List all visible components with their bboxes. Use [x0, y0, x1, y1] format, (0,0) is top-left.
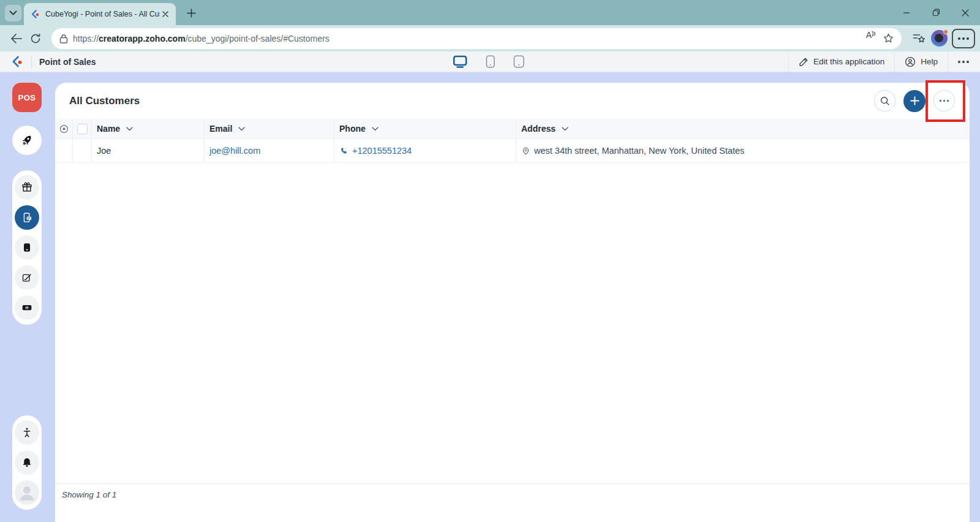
refresh-button[interactable]	[26, 29, 45, 48]
url-prefix: https://	[73, 34, 99, 44]
phone-link[interactable]: +12015551234	[339, 146, 412, 156]
sidebar-item-customers[interactable]	[15, 205, 39, 230]
sidebar-item-terminal[interactable]	[15, 235, 39, 260]
lock-icon	[59, 34, 68, 44]
browser-settings-menu-button[interactable]	[952, 29, 975, 48]
phone-view-button[interactable]	[486, 55, 495, 68]
gift-icon	[21, 181, 33, 194]
page-title: All Customers	[69, 95, 140, 107]
user-avatar	[17, 482, 37, 503]
plus-icon	[187, 9, 196, 18]
favorite-star-button[interactable]	[880, 30, 897, 47]
sidebar-item-money[interactable]: $	[15, 295, 39, 320]
desktop-view-button[interactable]	[453, 55, 467, 68]
sound-waves-icon	[872, 31, 876, 37]
edit-application-label: Edit this application	[813, 57, 884, 66]
restore-button[interactable]	[921, 0, 951, 25]
email-link[interactable]: joe@hill.com	[209, 146, 260, 156]
zoho-app-bar: Point of Sales Edit this application Hel…	[0, 51, 980, 72]
browser-toolbar: https://creatorapp.zoho.com/cube_yogi/po…	[0, 25, 980, 51]
address-bar[interactable]: https://creatorapp.zoho.com/cube_yogi/po…	[51, 28, 902, 49]
edit-application-button[interactable]: Edit this application	[796, 57, 887, 67]
accessibility-icon	[21, 426, 33, 439]
close-icon	[962, 9, 969, 17]
help-button[interactable]: Help	[902, 56, 940, 67]
table-row[interactable]: Joe joe@hill.com +12015551234 west 34th …	[55, 139, 970, 163]
sidebar-item-reports[interactable]	[15, 265, 39, 290]
header-actions	[874, 90, 955, 112]
refresh-icon	[30, 33, 41, 44]
phone-icon	[339, 146, 349, 156]
app-logo-label: POS	[18, 93, 36, 102]
bell-icon	[21, 456, 33, 469]
address-value: west 34th street, Manhattan, New York, U…	[521, 146, 744, 156]
tab-search-dropdown-button[interactable]	[5, 5, 21, 21]
sidebar-item-gift[interactable]	[15, 175, 39, 200]
divider	[31, 56, 32, 68]
edit-report-icon	[21, 271, 33, 284]
panel-header: All Customers	[55, 83, 970, 119]
column-header-phone[interactable]: Phone	[334, 119, 516, 138]
browser-profile-button[interactable]	[929, 28, 949, 49]
back-button[interactable]	[6, 29, 26, 48]
column-label: Phone	[339, 124, 366, 134]
chevron-down-icon	[9, 10, 17, 16]
profile-notification-badge	[943, 29, 948, 34]
svg-text:$: $	[26, 306, 28, 309]
tab-close-button[interactable]	[160, 9, 171, 20]
divider	[948, 51, 948, 72]
add-record-button[interactable]	[903, 90, 925, 112]
app-logo-pos[interactable]: POS	[12, 83, 42, 112]
ellipsis-icon	[958, 37, 969, 40]
minimize-button[interactable]	[892, 0, 921, 25]
read-aloud-label: A	[866, 30, 872, 40]
favorites-hub-button[interactable]	[909, 29, 929, 48]
customer-email: joe@hill.com	[209, 146, 260, 156]
close-icon	[162, 11, 168, 17]
plus-icon	[910, 96, 919, 105]
money-icon: $	[21, 301, 33, 314]
column-header-address[interactable]: Address	[516, 119, 970, 138]
restore-icon	[932, 9, 940, 17]
url-domain: creatorapp.zoho.com	[99, 34, 186, 44]
help-person-icon	[905, 56, 916, 67]
tablet-icon	[513, 55, 524, 68]
main-panel: All Customers Name	[55, 83, 970, 522]
browser-tab[interactable]: CubeYogi - Point of Sales - All Cus	[24, 3, 176, 25]
sidebar-nav-group: $	[12, 170, 42, 325]
read-aloud-button[interactable]: A	[862, 30, 880, 47]
visibility-column-header[interactable]	[55, 119, 72, 138]
more-options-button[interactable]	[933, 90, 955, 112]
row-visibility-cell	[55, 139, 72, 162]
sidebar-user-avatar[interactable]	[15, 480, 39, 505]
sidebar-item-notifications[interactable]	[15, 450, 39, 475]
tablet-view-button[interactable]	[513, 55, 524, 68]
select-all-checkbox[interactable]	[77, 124, 88, 134]
eye-visibility-icon	[59, 124, 69, 134]
search-button[interactable]	[874, 90, 895, 112]
phone-cell: +12015551234	[334, 139, 516, 162]
new-tab-button[interactable]	[184, 6, 198, 20]
appbar-actions: Edit this application Help	[781, 51, 971, 72]
row-select-cell	[72, 139, 91, 162]
table-header: Name Email Phone Address	[55, 119, 970, 139]
column-header-name[interactable]: Name	[91, 119, 204, 138]
chevron-down-icon	[126, 127, 133, 131]
panel-footer: Showing 1 of 1	[55, 483, 970, 522]
close-window-button[interactable]	[951, 0, 980, 25]
sidebar-item-launcher[interactable]	[12, 126, 42, 155]
zoho-creator-logo[interactable]	[11, 55, 24, 68]
pos-terminal-icon	[21, 241, 33, 254]
phone-device-icon	[486, 55, 495, 68]
search-icon	[880, 96, 890, 106]
customer-address: west 34th street, Manhattan, New York, U…	[534, 146, 744, 156]
column-header-email[interactable]: Email	[204, 119, 334, 138]
appbar-more-button[interactable]	[956, 61, 971, 63]
sidebar-item-accessibility[interactable]	[15, 420, 39, 445]
column-label: Name	[97, 124, 120, 134]
pencil-icon	[799, 57, 809, 67]
url-text: https://creatorapp.zoho.com/cube_yogi/po…	[73, 34, 862, 44]
chevron-down-icon	[238, 127, 245, 131]
divider	[894, 51, 895, 72]
divider	[788, 51, 789, 72]
